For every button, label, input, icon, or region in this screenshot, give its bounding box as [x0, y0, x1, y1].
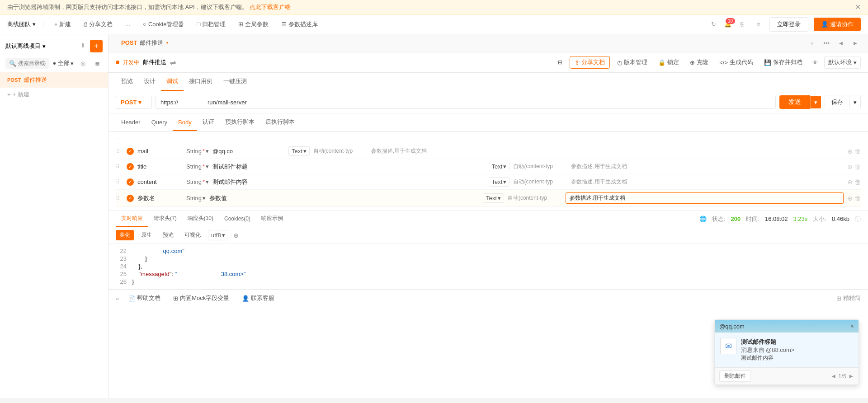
sidebar-item-mail[interactable]: POST 邮件推送 — [0, 72, 108, 88]
param-tab-pre-script[interactable]: 预执行脚本 — [220, 113, 260, 131]
contact-btn[interactable]: 👤 联系客服 — [238, 292, 278, 304]
filter-btn[interactable]: ● 全部 ▾ — [53, 59, 74, 67]
param-check-custom[interactable]: ✓ — [127, 195, 134, 202]
new-btn[interactable]: + 新建 — [51, 19, 75, 30]
delete-param-content[interactable]: 🗑 — [854, 178, 861, 186]
param-desc-content[interactable]: 参数描述,用于生成文档 — [571, 178, 844, 186]
nav-next-icon[interactable]: ► — [848, 373, 854, 380]
help-doc-btn[interactable]: 📄 帮助文档 — [124, 292, 164, 304]
param-tab-header[interactable]: Header — [116, 114, 146, 131]
text-type-title[interactable]: Text ▾ — [489, 162, 510, 171]
format-beautify-btn[interactable]: 美化 — [116, 230, 134, 240]
param-type-custom[interactable]: String ▾ — [186, 195, 206, 202]
invite-btn[interactable]: 👤 邀请协作 — [814, 18, 861, 31]
delete-param-mail[interactable]: 🗑 — [854, 148, 861, 155]
drag-handle-content[interactable]: ⠿ — [116, 179, 123, 185]
refresh-btn[interactable]: ↻ — [708, 19, 719, 30]
collapse-btn[interactable]: ⊟ — [554, 57, 566, 67]
send-btn[interactable]: 发送 — [779, 95, 810, 109]
archive-btn[interactable]: □ 归档管理 — [193, 19, 229, 30]
text-type-mail[interactable]: Text ▾ — [288, 146, 310, 156]
lock-btn[interactable]: 🔒 锁定 — [655, 56, 683, 68]
send-dropdown-btn[interactable]: ▾ — [810, 96, 821, 108]
sort-btn[interactable]: ≣ — [92, 58, 103, 69]
copy-param-custom[interactable]: ⊕ — [847, 195, 853, 202]
search-input-wrap[interactable]: 🔍 — [5, 58, 49, 69]
param-tab-post-script[interactable]: 后执行脚本 — [260, 113, 300, 131]
encoding-select[interactable]: utf8 ▾ — [208, 230, 228, 240]
next-tab-btn[interactable]: ► — [850, 38, 861, 49]
export-btn[interactable]: ⇑ — [77, 40, 88, 51]
settings-btn[interactable]: ≡ — [753, 19, 764, 30]
tab-stress[interactable]: 一键压测 — [218, 73, 252, 91]
drag-handle-title[interactable]: ⠿ — [116, 164, 123, 170]
add-tab-btn[interactable]: + — [807, 38, 817, 49]
url-input[interactable] — [156, 96, 776, 109]
param-desc-btn[interactable]: ☰ 参数描述库 — [278, 19, 321, 30]
more-btn[interactable]: ... — [122, 19, 134, 29]
delete-param-title[interactable]: 🗑 — [854, 163, 861, 170]
copy-param-mail[interactable]: ⊕ — [847, 148, 853, 155]
share-doc-interface-btn[interactable]: ⇪ 分享文档 — [570, 56, 610, 69]
drag-handle-custom[interactable]: ⠿ — [116, 195, 123, 202]
format-raw-btn[interactable]: 原生 — [137, 230, 156, 240]
resp-tab-examples[interactable]: 响应示例 — [256, 211, 288, 227]
param-type-title[interactable]: String * ▾ — [186, 163, 209, 170]
text-type-content[interactable]: Text ▾ — [489, 177, 510, 187]
warning-close-btn[interactable]: ✕ — [855, 3, 861, 11]
copy-param-content[interactable]: ⊕ — [847, 178, 853, 186]
popup-close-btn[interactable]: × — [850, 323, 854, 330]
param-tab-body[interactable]: Body — [173, 114, 197, 131]
gen-code-btn[interactable]: </> 生成代码 — [716, 56, 757, 68]
clipboard-btn[interactable]: ⎘ — [737, 19, 748, 30]
param-type-content[interactable]: String * ▾ — [186, 178, 209, 185]
env-selector[interactable]: 默认环境 ▾ — [824, 56, 861, 69]
resp-tab-resp-headers[interactable]: 响应头(10) — [182, 211, 219, 227]
download-link[interactable]: 点此下载客户端 — [250, 3, 291, 11]
save-btn[interactable]: 保存 — [825, 95, 849, 109]
method-select[interactable]: POST ▾ — [116, 96, 152, 109]
param-check-content[interactable]: ✓ — [127, 178, 134, 186]
param-type-mail[interactable]: String * ▾ — [186, 148, 209, 155]
more-tabs-btn[interactable]: ••• — [821, 38, 832, 49]
resp-tab-req-headers[interactable]: 请求头(7) — [148, 211, 182, 227]
tab-preview[interactable]: 预览 — [116, 73, 138, 91]
version-btn[interactable]: ◷ 版本管理 — [613, 56, 651, 68]
share-doc-btn[interactable]: ⎙ 分享文档 — [80, 19, 116, 30]
prev-tab-btn[interactable]: ◄ — [835, 38, 846, 49]
new-folder-btn[interactable]: + — [90, 40, 103, 52]
login-btn[interactable]: 立即登录 — [769, 17, 808, 32]
project-title[interactable]: 默认离线项目 ▾ — [5, 42, 46, 50]
delete-param-custom[interactable]: 🗑 — [854, 195, 861, 202]
format-preview-btn[interactable]: 预览 — [159, 230, 177, 240]
copy-param-title[interactable]: ⊕ — [847, 163, 853, 170]
tab-examples[interactable]: 接口用例 — [184, 73, 218, 91]
param-tab-auth[interactable]: 认证 — [197, 113, 220, 131]
target-icon-btn[interactable]: ◎ — [77, 58, 88, 69]
tab-debug[interactable]: 调试 — [161, 73, 184, 91]
resp-tab-cookies[interactable]: Cookies(0) — [219, 212, 256, 226]
param-desc-mail[interactable]: 参数描述,用于生成文档 — [371, 147, 844, 155]
param-desc-title[interactable]: 参数描述,用于生成文档 — [571, 163, 844, 170]
param-check-mail[interactable]: ✓ — [127, 148, 134, 155]
format-visual-btn[interactable]: 可视化 — [181, 230, 204, 240]
param-tab-query[interactable]: Query — [146, 114, 173, 131]
delete-mail-btn[interactable]: 删除邮件 — [719, 370, 751, 382]
clone-btn[interactable]: ⊕ 克隆 — [686, 56, 712, 68]
team-selector[interactable]: 离线团队 ▾ — [7, 20, 36, 28]
preview-btn[interactable]: 👁 — [810, 57, 821, 68]
search-input[interactable] — [18, 60, 46, 66]
mock-btn[interactable]: ⊞ 内置Mock字段变量 — [170, 292, 233, 304]
tab-design[interactable]: 设计 — [138, 73, 161, 91]
param-desc-custom[interactable]: 参数描述,用于生成文档 — [566, 192, 844, 204]
param-check-title[interactable]: ✓ — [127, 163, 134, 170]
save-dropdown-btn[interactable]: ▾ — [849, 96, 860, 108]
notification-btn[interactable]: 🔔 10 — [724, 21, 731, 28]
global-params-btn[interactable]: ⊞ 全局参数 — [235, 19, 272, 30]
resp-tab-realtime[interactable]: 实时响应 — [116, 211, 148, 227]
cookie-btn[interactable]: ○ Cookie管理器 — [139, 19, 188, 30]
save-archive-btn[interactable]: 💾 保存并归档 — [760, 56, 806, 68]
nav-prev-icon[interactable]: ◄ — [830, 373, 836, 380]
copy-response-btn[interactable]: ⊕ — [232, 230, 240, 240]
new-item-btn[interactable]: + + 新建 — [0, 88, 108, 101]
